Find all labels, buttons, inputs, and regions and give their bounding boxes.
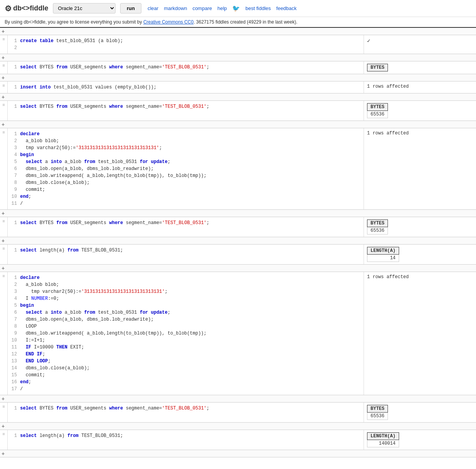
- add-block-bar-9: +: [0, 395, 476, 403]
- add-block-button-1[interactable]: +: [2, 28, 5, 34]
- add-block-bar-10: +: [0, 423, 476, 430]
- result-table-2: BYTES: [367, 64, 388, 71]
- block-controls-10: ≡: [0, 430, 8, 450]
- sql-result-1: ✓: [364, 35, 476, 54]
- block-controls-8: ≡: [0, 272, 8, 395]
- add-block-button-5[interactable]: +: [2, 121, 5, 127]
- sql-editor-9[interactable]: 1select BYTES from USER_segments where s…: [8, 403, 364, 422]
- add-block-button-6[interactable]: +: [2, 210, 5, 216]
- add-block-button-2[interactable]: +: [2, 54, 5, 61]
- sql-result-9: BYTES 65536: [364, 403, 476, 422]
- sql-result-5: 1 rows affected: [364, 128, 476, 209]
- sql-block-5: ≡ 1declare 2 a_blob blob; 3 tmp varchar2…: [0, 128, 476, 210]
- result-table-7: LENGTH(A) 14: [367, 247, 399, 262]
- header: ⚙ db<>fiddle Oracle 21c MySQL 8.0 Postgr…: [0, 0, 476, 17]
- add-block-button-9[interactable]: +: [2, 396, 5, 402]
- table-cell: 65536: [367, 111, 388, 118]
- sql-result-2: BYTES: [364, 61, 476, 74]
- add-block-button-8[interactable]: +: [2, 265, 5, 271]
- sql-result-7: LENGTH(A) 14: [364, 245, 476, 264]
- add-block-bar-7: +: [0, 237, 476, 245]
- sql-result-3: 1 rows affected: [364, 82, 476, 93]
- sql-result-6: BYTES 65536: [364, 217, 476, 237]
- sql-editor-7[interactable]: 1select length(a) from TEST_BLOB_0531;: [8, 245, 364, 264]
- add-block-bar-6: +: [0, 210, 476, 217]
- block-controls-2: ≡: [0, 61, 8, 74]
- nav-markdown[interactable]: markdown: [164, 5, 187, 11]
- drag-handle-6[interactable]: ≡: [2, 219, 5, 223]
- drag-handle-2[interactable]: ≡: [2, 63, 5, 68]
- sql-editor-10[interactable]: 1select length(a) from TEST_BLOB_0531;: [8, 430, 364, 450]
- result-table-9: BYTES 65536: [367, 405, 388, 420]
- result-affected-8: 1 rows affected: [367, 274, 409, 280]
- add-block-bar-2: +: [0, 54, 476, 61]
- drag-handle-5[interactable]: ≡: [2, 130, 5, 134]
- col-header: BYTES: [367, 405, 388, 413]
- disclaimer: By using db<>fiddle, you agree to licens…: [0, 17, 476, 28]
- add-block-button-final[interactable]: +: [2, 450, 5, 457]
- table-row: 14: [367, 255, 399, 262]
- sql-result-4: BYTES 65536: [364, 101, 476, 121]
- sql-editor-1[interactable]: 1create table test_blob_0531 (a blob); 2: [8, 35, 364, 54]
- table-cell: 140014: [367, 440, 399, 447]
- run-button[interactable]: run: [120, 3, 141, 14]
- cc0-link[interactable]: Creative Commons CC0: [143, 19, 194, 25]
- add-block-bar-8: +: [0, 265, 476, 272]
- block-controls-4: ≡: [0, 101, 8, 121]
- add-block-button-4[interactable]: +: [2, 94, 5, 100]
- sql-editor-6[interactable]: 1select BYTES from USER_segments where s…: [8, 217, 364, 237]
- col-header: BYTES: [367, 104, 388, 111]
- add-block-bar-5: +: [0, 121, 476, 128]
- main-content: + ≡ 1create table test_blob_0531 (a blob…: [0, 28, 476, 457]
- table-cell: 14: [367, 255, 399, 262]
- col-header: BYTES: [367, 220, 388, 227]
- drag-handle-8[interactable]: ≡: [2, 274, 5, 278]
- sql-editor-3[interactable]: 1insert into test_blob_0531 values (empt…: [8, 82, 364, 93]
- sql-block-7: ≡ 1select length(a) from TEST_BLOB_0531;…: [0, 245, 476, 265]
- disclaimer-text-before: By using db<>fiddle, you agree to licens…: [5, 19, 143, 25]
- block-controls-1: ≡: [0, 35, 8, 54]
- add-block-button-3[interactable]: +: [2, 75, 5, 81]
- logo[interactable]: ⚙ db<>fiddle: [5, 4, 48, 13]
- drag-handle-1[interactable]: ≡: [2, 37, 5, 41]
- sql-editor-2[interactable]: 1select BYTES from USER_segments where s…: [8, 61, 364, 74]
- sql-editor-4[interactable]: 1select BYTES from USER_segments where s…: [8, 101, 364, 121]
- add-block-button-7[interactable]: +: [2, 238, 5, 244]
- sql-editor-8[interactable]: 1declare 2 a_blob blob; 3 tmp varchar2(5…: [8, 272, 364, 395]
- sql-block-8: ≡ 1declare 2 a_blob blob; 3 tmp varchar2…: [0, 272, 476, 395]
- sql-editor-5[interactable]: 1declare 2 a_blob blob; 3 tmp varchar2(5…: [8, 128, 364, 209]
- sql-block-3: ≡ 1insert into test_blob_0531 values (em…: [0, 82, 476, 93]
- table-cell: 65536: [367, 413, 388, 420]
- sql-block-6: ≡ 1select BYTES from USER_segments where…: [0, 217, 476, 237]
- table-row: 65536: [367, 413, 388, 420]
- sql-block-9: ≡ 1select BYTES from USER_segments where…: [0, 403, 476, 423]
- col-header: LENGTH(A): [367, 247, 399, 255]
- sql-result-8: 1 rows affected: [364, 272, 476, 395]
- add-block-bar-final: +: [0, 450, 476, 457]
- sql-block-1: ≡ 1create table test_blob_0531 (a blob);…: [0, 35, 476, 54]
- table-cell: 65536: [367, 227, 388, 234]
- sql-block-2: ≡ 1select BYTES from USER_segments where…: [0, 61, 476, 74]
- table-row: 65536: [367, 111, 388, 118]
- nav-help[interactable]: help: [218, 5, 227, 11]
- add-block-bar-4: +: [0, 93, 476, 101]
- result-table-10: LENGTH(A) 140014: [367, 432, 399, 447]
- nav-clear[interactable]: clear: [148, 5, 158, 11]
- nav-feedback[interactable]: feedback: [276, 5, 297, 11]
- block-controls-9: ≡: [0, 403, 8, 422]
- add-block-button-10[interactable]: +: [2, 423, 5, 429]
- drag-handle-10[interactable]: ≡: [2, 432, 5, 436]
- block-controls-6: ≡: [0, 217, 8, 237]
- nav-best-fiddles[interactable]: best fiddles: [245, 5, 271, 11]
- drag-handle-9[interactable]: ≡: [2, 404, 5, 409]
- table-row: 65536: [367, 227, 388, 234]
- twitter-icon: 🐦: [232, 5, 240, 12]
- result-affected-5: 1 rows affected: [367, 131, 409, 136]
- drag-handle-4[interactable]: ≡: [2, 102, 5, 107]
- drag-handle-7[interactable]: ≡: [2, 246, 5, 251]
- drag-handle-3[interactable]: ≡: [2, 83, 5, 88]
- nav-compare[interactable]: compare: [192, 5, 212, 11]
- disclaimer-text-after: . 3627175 fiddles created (49229 in the …: [194, 19, 298, 25]
- dialect-select[interactable]: Oracle 21c MySQL 8.0 PostgreSQL 15 SQLit…: [53, 3, 116, 14]
- add-block-bar-3: +: [0, 74, 476, 82]
